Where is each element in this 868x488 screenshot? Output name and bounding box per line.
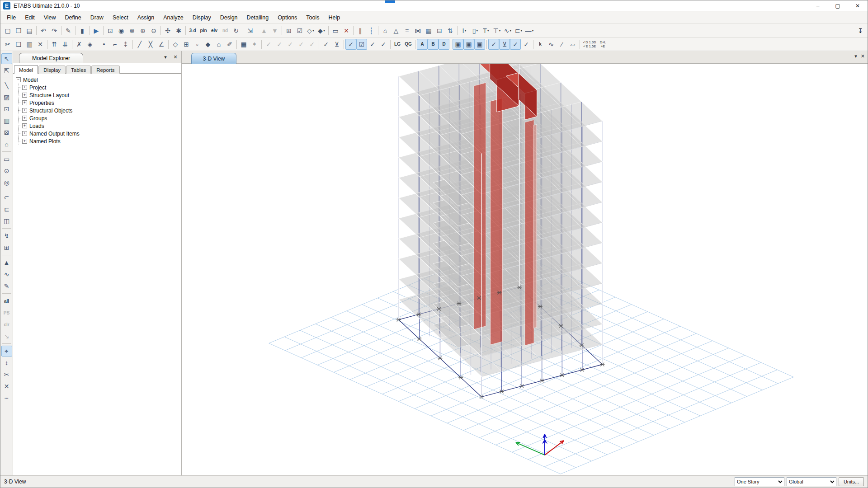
delete-icon[interactable]: ✕ [35,39,46,50]
explorer-tab-display[interactable]: Display [38,66,66,74]
auto-check-icon[interactable]: ✓ [378,39,389,50]
model-canvas[interactable] [182,64,868,475]
wireframe-view-icon[interactable]: ▣ [453,39,463,50]
check-model-icon[interactable]: ✓ [321,39,331,50]
tree-expander-icon[interactable]: + [22,100,27,105]
orbit-icon[interactable]: ✱ [173,25,184,36]
draw-wall-icon[interactable]: ✐ [224,39,235,50]
new-model-icon[interactable]: ▢ [2,25,13,36]
draw-links-icon[interactable]: ⌖ [1,346,12,357]
draw-point-area-icon[interactable]: ⊙ [1,165,12,176]
select-previous-icon[interactable]: PS [1,307,12,318]
zoom-out-icon[interactable]: ⊖ [148,25,159,36]
restore-full-view-icon[interactable]: ◉ [116,25,127,36]
draw-window-icon[interactable]: ⊞ [181,39,192,50]
draw-beam-icon[interactable]: ╱ [134,39,145,50]
snap-perpendicular-icon[interactable]: ✓ [296,39,307,50]
tower-icon[interactable]: △ [391,25,401,36]
download-update-icon[interactable]: ↧ [855,25,866,36]
menu-options[interactable]: Options [273,13,302,23]
menu-tools[interactable]: Tools [302,13,324,23]
load-combo-de-icon[interactable]: ✓D 1.0D✓E 1.5E [581,39,598,50]
draw-wall-ellipse-icon[interactable]: ◎ [1,177,12,188]
tree-expander-icon[interactable]: + [22,131,27,136]
glue-joints-icon[interactable]: ┄ [1,393,12,404]
draw-braces-icon[interactable]: ▥ [1,115,12,126]
tree-expander-icon[interactable]: + [22,139,27,144]
snap-joints-icon[interactable]: ✓ [263,39,274,50]
channel-section-icon[interactable]: ⊏▾ [513,25,524,36]
select-object-icon[interactable]: ⊞ [283,25,294,36]
draw-frame-region-icon[interactable]: ▨ [1,92,12,103]
coordinate-system-select[interactable]: Global [787,477,836,486]
extruded-view-icon[interactable]: ▣ [463,39,474,50]
tree-item-structure-layout[interactable]: +Structure Layout [23,91,181,99]
model-explorer-title-tab[interactable]: Model Explorer [19,53,83,63]
tree-item-named-plots[interactable]: +Named Plots [23,137,181,145]
draw-secondary-beams-icon[interactable]: ⊠ [1,127,12,138]
extrude-view-icon[interactable]: ⌂ [380,25,391,36]
tree-expander-icon[interactable]: − [16,77,21,82]
draw-door-icon[interactable]: ◫ [1,216,12,226]
select-all-icon[interactable]: all [1,296,12,306]
local-axes-icon[interactable]: ◈ [85,39,95,50]
move-up-list-icon[interactable]: ▲ [259,25,269,36]
menu-design[interactable]: Design [216,13,242,23]
draw-dashed-area-icon[interactable]: ▫ [192,39,203,50]
menu-file[interactable]: File [2,13,20,23]
snap-points-toggle-icon[interactable]: ☑ [356,39,367,50]
view-named-icon[interactable]: nd [220,25,231,36]
save-icon[interactable]: ▤ [24,25,35,36]
slab-section-icon[interactable]: ⊤▾ [491,25,502,36]
snap-lines-icon[interactable]: ✓ [307,39,317,50]
tab-3d-view[interactable]: 3-D View [191,53,236,64]
image-capture-icon[interactable]: ▦ [423,25,434,36]
menu-view[interactable]: View [39,13,61,23]
menu-detailing[interactable]: Detailing [242,13,274,23]
draw-rectangle-icon[interactable]: ▭ [330,25,341,36]
assign-joint-icon[interactable]: ⇈ [49,39,60,50]
tree-expander-icon[interactable]: + [22,108,27,113]
reshape-object-icon[interactable]: ⇱ [1,65,12,76]
view-plan-icon[interactable]: pln [198,25,209,36]
draw-joint-icon[interactable]: • [99,39,109,50]
show-grid-icon[interactable]: ▦ [238,39,249,50]
draw-dimension-icon[interactable]: ▲ [1,257,12,268]
draw-wall-stack-icon[interactable]: ⊏ [1,204,12,215]
move-down-list-icon[interactable]: ▼ [269,25,280,36]
modal-shape-icon[interactable]: ∿ [546,39,557,50]
mirror-icon[interactable]: ∥ [355,25,366,36]
snip-objects-icon[interactable]: ✂ [1,369,12,380]
select-by-check-icon[interactable]: ☑ [294,25,305,36]
explorer-tab-reports[interactable]: Reports [91,66,119,74]
open-file-icon[interactable]: ❒ [13,25,24,36]
object-shrink-icon[interactable]: ⇲ [245,25,255,36]
view-elevation-icon[interactable]: elv [209,25,220,36]
tree-expander-icon[interactable]: + [22,93,27,98]
wall-section-icon[interactable]: ▯▾ [470,25,481,36]
draw-grid-icon[interactable]: ⊞ [1,242,12,253]
rubber-band-zoom-icon[interactable]: ⊡ [105,25,116,36]
menu-analyze[interactable]: Analyze [159,13,188,23]
panel-close-button[interactable]: ✕ [172,53,179,61]
tree-item-model[interactable]: −Model [16,76,181,84]
panel-menu-button[interactable]: ▾ [162,53,169,61]
tree-item-structural-objects[interactable]: +Structural Objects [23,107,181,114]
draw-pen-icon[interactable]: ✎ [63,25,74,36]
load-combo-dle-icon[interactable]: D+L+E [598,39,609,50]
tree-expander-icon[interactable]: + [22,116,27,121]
view-3d-icon[interactable]: 3-d [187,25,198,36]
stiffness-icon[interactable]: k [535,39,546,50]
render-toggle-icon[interactable]: ✓ [510,39,521,50]
menu-define[interactable]: Define [61,13,86,23]
draw-link-icon[interactable]: ↯ [1,230,12,241]
view-menu-button[interactable]: ▾ [854,53,857,59]
rotate-3d-view-icon[interactable]: ↻ [231,25,241,36]
draw-polygon-icon[interactable]: ⌂ [213,39,224,50]
deformed-shape-icon[interactable]: ⋈ [412,25,423,36]
toggle-b-icon[interactable]: B [428,39,439,50]
lock-model-icon[interactable]: ▮ [77,25,88,36]
snap-intersections-icon[interactable]: ✓ [285,39,296,50]
explorer-tab-tables[interactable]: Tables [66,66,91,74]
close-button[interactable]: ✕ [848,0,868,11]
